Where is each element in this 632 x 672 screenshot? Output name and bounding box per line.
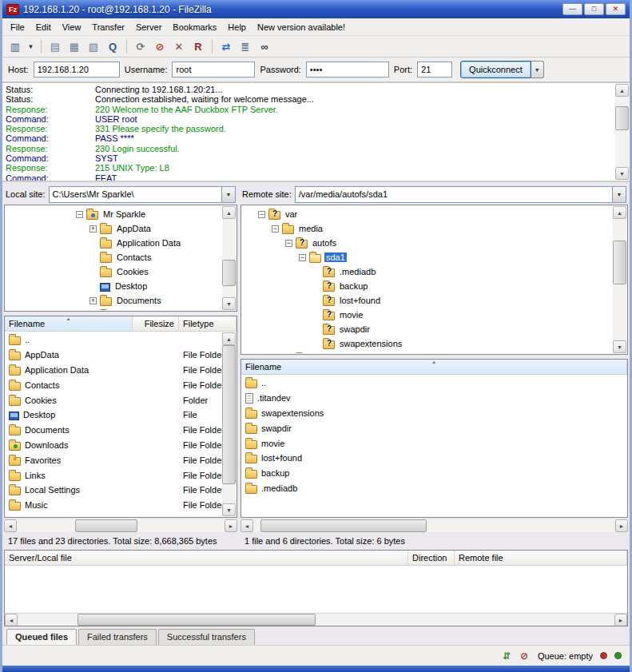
- local-tree-item-downloads[interactable]: +Downloads: [6, 308, 221, 310]
- local-file-row-favorites[interactable]: FavoritesFile Folder: [5, 452, 223, 467]
- remote-tree-item-lost-found[interactable]: lost+found: [243, 293, 612, 308]
- scroll-down-icon[interactable]: ▼: [222, 297, 236, 310]
- menu-help[interactable]: Help: [222, 20, 252, 34]
- toggle-message-log-icon[interactable]: ▤: [46, 38, 64, 55]
- remote-tree-item-sda1[interactable]: −sda1: [243, 250, 612, 264]
- scroll-up-icon[interactable]: ▲: [222, 206, 236, 219]
- toggle-local-tree-icon[interactable]: ▦: [66, 38, 83, 55]
- menu-server[interactable]: Server: [130, 20, 167, 34]
- scrollbar-thumb[interactable]: [78, 614, 316, 626]
- remote-tree-item-media[interactable]: −media: [243, 221, 612, 236]
- local-tree-scrollbar[interactable]: ▲ ▼: [222, 206, 236, 310]
- scrollbar-thumb[interactable]: [615, 106, 629, 130]
- local-file-row-appdata[interactable]: AppDataFile Folder: [5, 348, 223, 363]
- scrollbar-thumb[interactable]: [613, 241, 626, 284]
- collapse-icon[interactable]: −: [76, 211, 83, 218]
- remote-horizontal-scrollbar[interactable]: ◄ ►: [240, 519, 628, 532]
- expand-icon[interactable]: +: [89, 225, 97, 233]
- scroll-right-icon[interactable]: ►: [615, 519, 628, 532]
- quickconnect-button[interactable]: Quickconnect: [460, 61, 531, 78]
- disconnect-icon[interactable]: ✕: [170, 38, 188, 55]
- site-manager-icon[interactable]: ▥: [6, 38, 24, 55]
- remote-file-row-titandev[interactable]: .titandev: [241, 391, 627, 406]
- local-file-row-item[interactable]: ..: [5, 332, 223, 348]
- scroll-right-icon[interactable]: ►: [225, 519, 237, 532]
- remote-file-row-item[interactable]: ..: [241, 376, 627, 391]
- combo-dropdown-button[interactable]: ▼: [612, 187, 626, 202]
- expand-icon[interactable]: +: [89, 297, 97, 304]
- local-file-row-local-settings[interactable]: Local SettingsFile Folder: [5, 483, 223, 498]
- port-input[interactable]: [417, 62, 452, 78]
- toggle-queue-icon[interactable]: Q: [104, 38, 121, 55]
- local-file-row-desktop[interactable]: DesktopFile: [5, 408, 223, 423]
- remote-tree-item-swapdir[interactable]: swapdir: [243, 322, 612, 336]
- column-header-filesize[interactable]: Filesize: [133, 316, 179, 331]
- combo-dropdown-button[interactable]: ▼: [221, 187, 235, 202]
- remote-tree-item-backup[interactable]: backup: [243, 279, 612, 293]
- local-horizontal-scrollbar[interactable]: ◄ ►: [4, 519, 237, 532]
- local-file-row-music[interactable]: MusicFile Folder: [5, 498, 223, 513]
- menu-view[interactable]: View: [57, 20, 87, 34]
- queue-column-header-direction[interactable]: Direction: [408, 551, 455, 565]
- scrollbar-thumb[interactable]: [260, 519, 427, 532]
- maximize-button[interactable]: □: [584, 3, 604, 15]
- titlebar[interactable]: Fz 192.168.1.20 - root@192.168.1.20 - Fi…: [2, 0, 630, 18]
- local-file-row-links[interactable]: LinksFile Folder: [5, 467, 223, 483]
- local-tree-item-documents[interactable]: +Documents: [6, 293, 221, 308]
- message-log-scrollbar[interactable]: ▲ ▼: [615, 84, 629, 180]
- activity-indicator-icon[interactable]: ⊘: [518, 650, 531, 662]
- remote-tree-item-autofs[interactable]: −autofs: [243, 236, 612, 250]
- remote-file-row-movie[interactable]: movie: [241, 435, 627, 451]
- remote-file-row-backup[interactable]: backup: [241, 466, 627, 481]
- username-input[interactable]: [172, 62, 255, 78]
- menu-bookmarks[interactable]: Bookmarks: [167, 20, 222, 34]
- collapse-icon[interactable]: −: [272, 225, 279, 233]
- scroll-left-icon[interactable]: ◄: [5, 614, 18, 626]
- remote-tree-item-dvd[interactable]: dvd: [243, 351, 612, 353]
- cancel-icon[interactable]: ⊘: [151, 38, 169, 55]
- local-file-row-application-data[interactable]: Application DataFile Folder: [5, 363, 223, 378]
- close-button[interactable]: ✕: [606, 3, 626, 15]
- scroll-down-icon[interactable]: ▼: [613, 340, 626, 353]
- remote-file-row-swapextensions[interactable]: swapextensions: [241, 406, 627, 421]
- local-site-combo[interactable]: C:\Users\Mr Sparkle\ ▼: [49, 186, 236, 203]
- menu-edit[interactable]: Edit: [30, 20, 57, 34]
- column-header-filetype[interactable]: Filetype: [179, 316, 237, 331]
- local-list-scrollbar[interactable]: ▲ ▼: [222, 332, 236, 516]
- local-file-row-downloads[interactable]: DownloadsFile Folder: [5, 438, 223, 453]
- remote-tree-scrollbar[interactable]: ▲ ▼: [613, 206, 626, 353]
- collapse-icon[interactable]: −: [299, 254, 306, 261]
- local-tree-item-cookies[interactable]: Cookies: [6, 264, 221, 279]
- remote-tree-item-mediadb[interactable]: .mediadb: [243, 264, 612, 279]
- queue-column-header-server-local-file[interactable]: Server/Local file: [5, 551, 408, 565]
- remote-file-row-lost-found[interactable]: lost+found: [241, 451, 627, 466]
- scroll-left-icon[interactable]: ◄: [4, 519, 17, 532]
- scroll-right-icon[interactable]: ►: [614, 614, 627, 626]
- find-files-icon[interactable]: ∞: [256, 38, 273, 55]
- scroll-up-icon[interactable]: ▲: [222, 332, 236, 345]
- scroll-up-icon[interactable]: ▲: [615, 84, 629, 97]
- minimize-button[interactable]: —: [562, 3, 582, 15]
- toggle-remote-tree-icon[interactable]: ▧: [85, 38, 102, 55]
- directory-comparison-icon[interactable]: ≣: [237, 38, 254, 55]
- password-input[interactable]: [306, 62, 389, 78]
- scrollbar-thumb[interactable]: [75, 519, 137, 532]
- remote-file-row-swapdir[interactable]: swapdir: [241, 420, 627, 435]
- scroll-down-icon[interactable]: ▼: [222, 503, 236, 516]
- local-tree-item-desktop[interactable]: Desktop: [6, 279, 221, 293]
- scroll-up-icon[interactable]: ▲: [613, 206, 626, 219]
- site-manager-dropdown-icon[interactable]: ▼: [26, 38, 36, 55]
- local-file-row-contacts[interactable]: ContactsFile Folder: [5, 377, 223, 392]
- scroll-down-icon[interactable]: ▼: [615, 167, 629, 180]
- tab-queued-files[interactable]: Queued files: [6, 629, 77, 645]
- queue-column-header-remote-file[interactable]: Remote file: [455, 551, 627, 565]
- scrollbar-thumb[interactable]: [222, 345, 236, 484]
- scroll-left-icon[interactable]: ◄: [240, 519, 253, 532]
- remote-site-combo[interactable]: /var/media/autofs/sda1 ▼: [295, 186, 626, 203]
- local-tree-item-mr-sparkle[interactable]: −Mr Sparkle: [6, 207, 221, 221]
- local-tree-item-contacts[interactable]: Contacts: [6, 250, 221, 264]
- menu-file[interactable]: File: [5, 20, 30, 34]
- scrollbar-thumb[interactable]: [222, 260, 236, 286]
- refresh-icon[interactable]: ⟳: [132, 38, 149, 55]
- quickconnect-dropdown-button[interactable]: ▼: [531, 61, 544, 78]
